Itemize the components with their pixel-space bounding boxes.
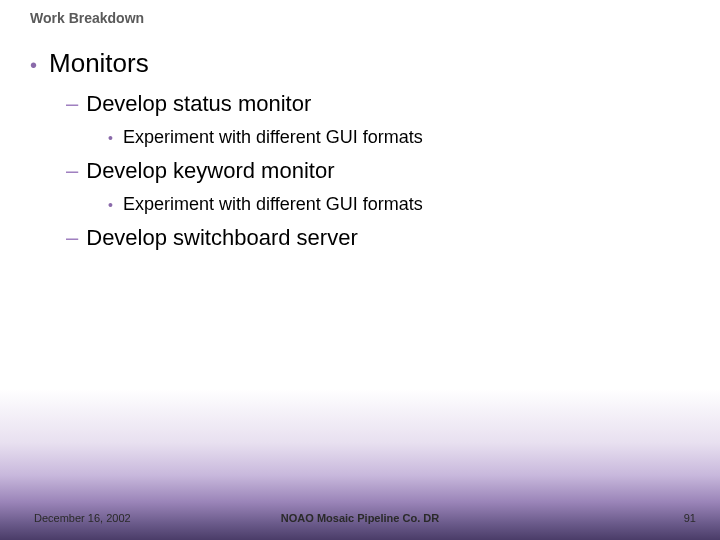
dash-icon: –	[66, 225, 78, 251]
slide-content: • Monitors – Develop status monitor • Ex…	[30, 48, 690, 261]
level2-text: Develop status monitor	[86, 91, 311, 117]
bullet-icon: •	[108, 196, 113, 214]
level2-text: Develop keyword monitor	[86, 158, 334, 184]
bullet-level3: • Experiment with different GUI formats	[108, 194, 690, 215]
footer-page-number: 91	[684, 512, 696, 524]
slide-title: Work Breakdown	[30, 10, 144, 26]
level2-text: Develop switchboard server	[86, 225, 357, 251]
bullet-level1: • Monitors	[30, 48, 690, 79]
bullet-level2: – Develop keyword monitor	[66, 158, 690, 184]
dash-icon: –	[66, 158, 78, 184]
level1-text: Monitors	[49, 48, 149, 79]
bullet-icon: •	[108, 129, 113, 147]
bullet-level3: • Experiment with different GUI formats	[108, 127, 690, 148]
level3-text: Experiment with different GUI formats	[123, 194, 423, 215]
bullet-icon: •	[30, 52, 37, 78]
footer-title: NOAO Mosaic Pipeline Co. DR	[0, 512, 720, 524]
slide: Work Breakdown • Monitors – Develop stat…	[0, 0, 720, 540]
level3-text: Experiment with different GUI formats	[123, 127, 423, 148]
dash-icon: –	[66, 91, 78, 117]
bullet-level2: – Develop status monitor	[66, 91, 690, 117]
bullet-level2: – Develop switchboard server	[66, 225, 690, 251]
